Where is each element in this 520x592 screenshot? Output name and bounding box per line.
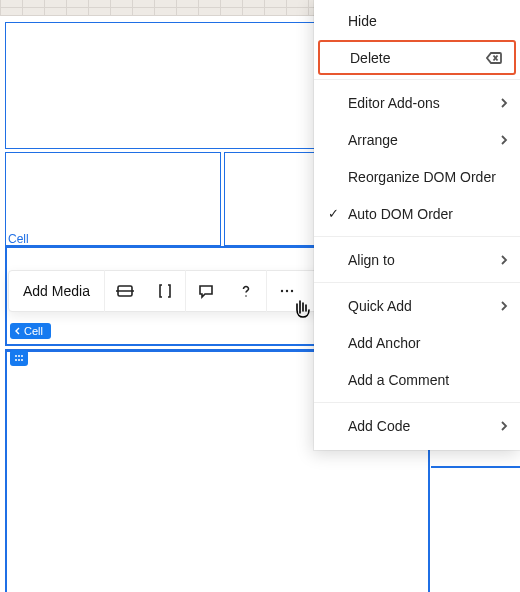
chevron-right-icon — [500, 301, 508, 311]
menu-label: Add Anchor — [348, 335, 420, 351]
svg-point-5 — [15, 355, 17, 357]
menu-label: Delete — [350, 50, 390, 66]
chevron-right-icon — [500, 421, 508, 431]
menu-hide[interactable]: Hide — [314, 2, 520, 39]
editor-canvas: Cell Add Media Cell — [0, 0, 520, 592]
svg-point-8 — [15, 359, 17, 361]
menu-separator — [314, 402, 520, 403]
add-media-button[interactable]: Add Media — [9, 283, 104, 299]
grip-icon — [14, 354, 24, 362]
svg-point-2 — [281, 290, 283, 292]
menu-label: Add a Comment — [348, 372, 449, 388]
menu-separator — [314, 282, 520, 283]
more-options-icon[interactable] — [267, 270, 307, 312]
menu-label: Align to — [348, 252, 395, 268]
menu-add-anchor[interactable]: Add Anchor — [314, 324, 520, 361]
drag-handle[interactable] — [10, 350, 28, 366]
menu-label: Add Code — [348, 418, 410, 434]
breadcrumb-label: Cell — [24, 325, 43, 337]
menu-label: Editor Add-ons — [348, 95, 440, 111]
help-icon[interactable] — [226, 270, 266, 312]
svg-point-6 — [18, 355, 20, 357]
layout-icon[interactable] — [105, 270, 145, 312]
chevron-left-icon — [14, 327, 22, 335]
element-toolbar: Add Media — [8, 270, 321, 312]
menu-separator — [314, 79, 520, 80]
menu-label: Quick Add — [348, 298, 412, 314]
menu-arrange[interactable]: Arrange — [314, 121, 520, 158]
menu-align-to[interactable]: Align to — [314, 241, 520, 278]
menu-auto-dom[interactable]: ✓ Auto DOM Order — [314, 195, 520, 232]
svg-point-4 — [291, 290, 293, 292]
menu-quick-add[interactable]: Quick Add — [314, 287, 520, 324]
svg-point-7 — [21, 355, 23, 357]
svg-point-9 — [18, 359, 20, 361]
comment-icon[interactable] — [186, 270, 226, 312]
menu-separator — [314, 236, 520, 237]
menu-add-comment[interactable]: Add a Comment — [314, 361, 520, 398]
menu-add-code[interactable]: Add Code — [314, 407, 520, 444]
backspace-icon — [486, 52, 502, 64]
container-icon[interactable] — [145, 270, 185, 312]
chevron-right-icon — [500, 98, 508, 108]
menu-delete[interactable]: Delete — [318, 40, 516, 75]
svg-point-3 — [286, 290, 288, 292]
check-icon: ✓ — [328, 206, 339, 221]
menu-label: Hide — [348, 13, 377, 29]
breadcrumb-cell[interactable]: Cell — [10, 323, 51, 339]
svg-point-10 — [21, 359, 23, 361]
menu-reorganize-dom[interactable]: Reorganize DOM Order — [314, 158, 520, 195]
svg-point-1 — [245, 295, 247, 297]
layout-cell[interactable] — [5, 152, 221, 246]
chevron-right-icon — [500, 255, 508, 265]
menu-label: Reorganize DOM Order — [348, 169, 496, 185]
selection-label: Cell — [8, 232, 29, 246]
context-menu: Hide Delete Editor Add-ons Arrange Reorg… — [314, 0, 520, 450]
menu-label: Arrange — [348, 132, 398, 148]
menu-editor-addons[interactable]: Editor Add-ons — [314, 84, 520, 121]
menu-label: Auto DOM Order — [348, 206, 453, 222]
chevron-right-icon — [500, 135, 508, 145]
